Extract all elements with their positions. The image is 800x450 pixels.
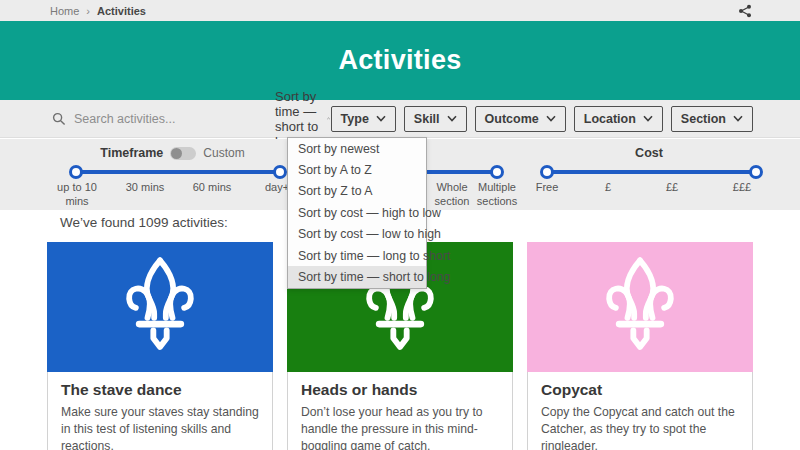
filter-button[interactable]: Location [574,106,663,132]
filter-button[interactable]: Section [671,106,753,132]
chevron-down-icon [733,115,743,122]
cost-filter-group: Cost Free££££££ [538,139,760,210]
filter-bar: Sort by time — short to long Type Skill … [0,100,800,138]
card-title: Heads or hands [301,381,499,399]
filter-button-label: Skill [414,112,440,126]
sort-menu-item[interactable]: Sort by time — short to long [288,266,426,287]
tick-label: ££ [650,181,694,195]
breadcrumb-current[interactable]: Activities [97,5,146,17]
filter-buttons: Type Skill Outcome Location [331,106,753,132]
card-body: Copycat Copy the Copycat and catch out t… [527,372,753,450]
page-title: Activities [338,45,461,76]
toggle-knob [171,148,182,159]
card-title: Copycat [541,381,739,399]
sort-menu-item[interactable]: Sort by time — long to short [288,245,426,266]
share-icon [738,4,752,18]
card-title: The stave dance [61,381,259,399]
chevron-down-icon [376,115,386,122]
timeframe-toggle-label: Custom [203,146,244,160]
search-input[interactable] [72,111,252,127]
card-description: Make sure your staves stay standing in t… [61,404,259,450]
card-description: Copy the Copycat and catch out the Catch… [541,404,739,450]
scout-fleur-de-lis-icon [598,257,682,357]
tick-label: £ [586,181,630,195]
sort-menu-item[interactable]: Sort by Z to A [288,181,426,202]
chevron-down-icon [447,115,457,122]
tick-label: up to 10 mins [48,181,106,209]
share-button[interactable] [737,3,753,19]
timeframe-slider-track[interactable] [75,170,280,174]
scout-fleur-de-lis-icon [118,257,202,357]
filter-button[interactable]: Outcome [475,106,566,132]
card-body: Heads or hands Don’t lose your head as y… [287,372,513,450]
cost-slider-handle-min[interactable] [540,165,554,179]
card-body: The stave dance Make sure your staves st… [47,372,273,450]
timeframe-label: Timeframe [100,146,163,160]
tick-label: Free [525,181,569,195]
tick-label: 30 mins [116,181,174,195]
chevron-down-icon [546,115,556,122]
sort-menu-item[interactable]: Sort by A to Z [288,159,426,180]
card-image [47,242,273,372]
chevron-down-icon [643,115,653,122]
cost-label: Cost [635,146,663,160]
activity-card[interactable]: Copycat Copy the Copycat and catch out t… [527,242,753,450]
page-header: Activities [0,21,800,100]
card-description: Don’t lose your head as you try to handl… [301,404,499,450]
tick-label: 60 mins [183,181,241,195]
filter-button-label: Location [584,112,636,126]
sections-slider-handle-max[interactable] [490,165,504,179]
timeframe-custom-toggle[interactable] [170,147,196,160]
sort-dropdown-menu: Sort by newest Sort by A to Z Sort by Z … [287,137,427,289]
cost-slider-handle-max[interactable] [749,165,763,179]
breadcrumb-home[interactable]: Home [50,5,79,17]
sort-menu-item[interactable]: Sort by cost — low to high [288,224,426,245]
results-count: We’ve found 1099 activities: [60,215,228,230]
filter-button-label: Outcome [485,112,539,126]
filter-button-label: Section [681,112,726,126]
sort-menu-item[interactable]: Sort by cost — high to low [288,202,426,223]
sort-menu-item[interactable]: Sort by newest [288,138,426,159]
top-bar: Home › Activities [0,0,800,21]
tick-label: £££ [720,181,764,195]
filter-button-label: Type [341,112,369,126]
breadcrumb-separator: › [86,5,90,17]
search-box[interactable] [52,111,252,127]
card-image [527,242,753,372]
tick-label: Multiple sections [471,181,523,209]
timeframe-slider-handle-min[interactable] [69,165,83,179]
cost-slider-track[interactable] [546,170,756,174]
search-icon [52,112,66,126]
activity-card[interactable]: The stave dance Make sure your staves st… [47,242,273,450]
timeframe-slider-handle-max[interactable] [273,165,287,179]
filter-button[interactable]: Type [331,106,396,132]
timeframe-filter-group: Timeframe Custom up to 10 mins30 mins60 … [60,139,285,210]
filter-button[interactable]: Skill [404,106,467,132]
